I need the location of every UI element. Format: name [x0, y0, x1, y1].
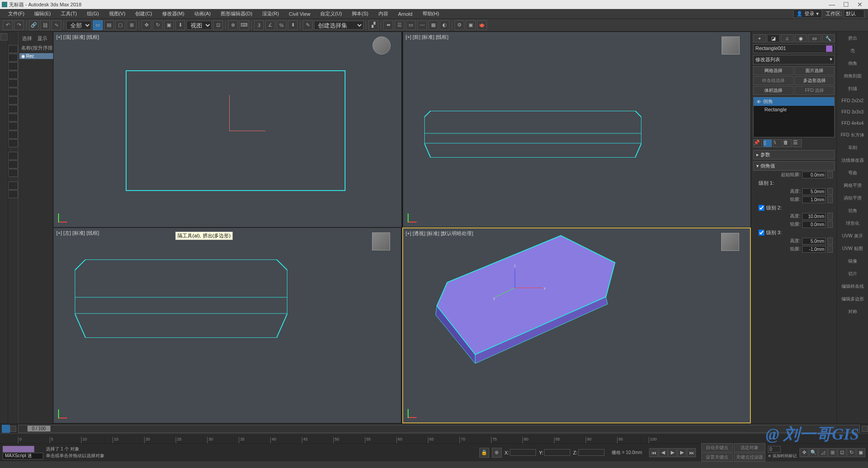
- rb-normal[interactable]: 法线修改器: [838, 156, 867, 164]
- ffd-select-btn[interactable]: FFD 选择: [795, 86, 835, 95]
- toggle-ribbon-btn[interactable]: ▭: [406, 20, 416, 30]
- menu-group[interactable]: 组(G): [82, 9, 104, 18]
- menu-customize[interactable]: 自定义(U): [316, 9, 346, 18]
- curve-editor-btn[interactable]: 〰: [417, 20, 427, 30]
- create-tab[interactable]: +: [753, 34, 766, 42]
- edit-named-sel-btn[interactable]: ✎: [303, 20, 313, 30]
- pin-stack-btn[interactable]: 📌: [753, 139, 762, 147]
- rb-ffd222[interactable]: FFD 2x2x2: [838, 97, 867, 104]
- select-by-name-btn[interactable]: ▤: [104, 20, 114, 30]
- viewport-layout-btn[interactable]: [2, 425, 10, 433]
- viewcube-persp[interactable]: [721, 233, 739, 251]
- level1-height-input[interactable]: [802, 188, 826, 195]
- snap-toggle-btn[interactable]: 3: [254, 20, 264, 30]
- layers-btn[interactable]: ☰: [395, 20, 404, 30]
- placement-btn[interactable]: ⬇: [175, 20, 185, 30]
- abs-rel-btn[interactable]: ⊕: [492, 448, 502, 458]
- rb-mirror[interactable]: 镜像: [838, 257, 867, 265]
- level2-outline-input[interactable]: [802, 221, 826, 228]
- color-swatch[interactable]: [3, 446, 34, 452]
- display-geometry-icon[interactable]: [8, 45, 18, 53]
- rb-uvwmap[interactable]: UVW 贴图: [838, 245, 867, 253]
- spin-arrows[interactable]: [827, 171, 833, 178]
- minimize-btn[interactable]: —: [829, 1, 835, 8]
- modify-tab[interactable]: ◪: [767, 34, 780, 42]
- display-helpers-icon[interactable]: [8, 79, 18, 87]
- viewport-left-label[interactable]: [+] [左] [标准] [线框]: [56, 230, 99, 236]
- schematic-btn[interactable]: ▦: [428, 20, 438, 30]
- modifier-list-dropdown[interactable]: 修改器列表 ▾: [753, 55, 835, 64]
- selection-filter[interactable]: 全部: [66, 21, 91, 30]
- viewcube-front[interactable]: [722, 36, 740, 55]
- display-spacewarps-icon[interactable]: [8, 88, 18, 96]
- y-coord-input[interactable]: [544, 449, 570, 456]
- next-frame-btn[interactable]: ▶: [677, 448, 686, 457]
- visibility-icon[interactable]: ◉: [21, 54, 25, 59]
- vol-select-btn[interactable]: 体积选择: [753, 86, 794, 95]
- rb-meshsmooth[interactable]: 网格平滑: [838, 182, 867, 190]
- slider-thumb[interactable]: 0 / 100: [27, 426, 50, 432]
- display-cameras-icon[interactable]: [8, 71, 18, 79]
- rb-editpoly[interactable]: 编辑多边形: [838, 295, 867, 303]
- display-xrefs-icon[interactable]: [8, 105, 18, 113]
- orbit-btn[interactable]: ↻: [847, 448, 856, 457]
- window-crossing-btn[interactable]: ⊞: [127, 20, 136, 30]
- spline-select-btn[interactable]: 样条线选择: [753, 76, 794, 85]
- link-btn[interactable]: 🔗: [29, 20, 39, 30]
- display-all-icon[interactable]: [8, 152, 18, 160]
- viewport-perspective[interactable]: [+] [透视] [标准] [默认明暗处理] x z y: [402, 227, 751, 423]
- select-region-btn[interactable]: ▢: [115, 20, 125, 30]
- scene-item-rectangle[interactable]: ◉ Rec: [19, 53, 55, 59]
- scene-column-header[interactable]: 名称(按升序排: [19, 44, 55, 52]
- rotate-btn[interactable]: ↻: [153, 20, 163, 30]
- level2-height-input[interactable]: [802, 213, 826, 220]
- material-editor-btn[interactable]: ◐: [440, 20, 450, 30]
- goto-end-btn[interactable]: ⏭: [687, 448, 696, 457]
- display-shapes-icon[interactable]: [8, 54, 18, 62]
- filter2-icon[interactable]: [8, 190, 18, 198]
- strip-btn-1[interactable]: [0, 33, 8, 41]
- display-hidden-icon[interactable]: [8, 139, 18, 147]
- patch-select-btn[interactable]: 面片选择: [795, 66, 835, 75]
- setkey-btn[interactable]: 设置关键点: [701, 453, 733, 462]
- mesh-select-btn[interactable]: 网格选择: [753, 66, 794, 75]
- hierarchy-tab[interactable]: ⌂: [781, 34, 794, 42]
- rb-bevelprofile[interactable]: 倒角剖面: [838, 72, 867, 80]
- rb-bend[interactable]: 弯曲: [838, 169, 867, 177]
- named-sel-set[interactable]: 创建选择集: [314, 21, 364, 30]
- display-tab[interactable]: ▭: [808, 34, 821, 42]
- motion-tab[interactable]: ◉: [795, 34, 808, 42]
- level3-height-input[interactable]: [802, 238, 826, 245]
- display-containers-icon[interactable]: [8, 122, 18, 130]
- menu-civilview[interactable]: Civil View: [284, 10, 314, 18]
- rb-spherify[interactable]: 球形化: [838, 219, 867, 227]
- menu-render[interactable]: 渲染(R): [258, 9, 283, 18]
- redo-btn[interactable]: ↷: [14, 20, 24, 30]
- show-end-result-btn[interactable]: ▯: [763, 139, 772, 147]
- modifier-stack[interactable]: 👁 倒角 Rectangle: [753, 97, 835, 137]
- time-next-btn[interactable]: [862, 426, 868, 432]
- menu-edit[interactable]: 编辑(E): [30, 9, 55, 18]
- rb-uvwunwrap[interactable]: UVW 展开: [838, 232, 867, 240]
- viewcube-left[interactable]: [372, 232, 390, 250]
- rb-editspline[interactable]: 编辑样条线: [838, 282, 867, 291]
- viewport-top[interactable]: [+] [顶] [标准] [线框]: [53, 32, 402, 227]
- utilities-tab[interactable]: 🔧: [822, 34, 835, 42]
- menu-create[interactable]: 创建(C): [131, 9, 156, 18]
- rb-symmetry[interactable]: 对称: [838, 308, 867, 316]
- zoom-all-btn[interactable]: ⊞: [828, 448, 837, 457]
- menu-view[interactable]: 视图(V): [105, 9, 130, 18]
- mirror-btn[interactable]: ▞: [368, 20, 378, 30]
- goto-start-btn[interactable]: ⏮: [649, 448, 658, 457]
- keyboard-shortcut-btn[interactable]: ⌨: [239, 20, 249, 30]
- menu-script[interactable]: 脚本(S): [347, 9, 373, 18]
- zoom-btn[interactable]: 🔍: [809, 448, 818, 457]
- rollout-params[interactable]: ▸ 参数: [753, 150, 835, 159]
- display-none-icon[interactable]: [8, 160, 18, 168]
- poly-select-btn[interactable]: 多边形选择: [795, 76, 835, 85]
- rb-turbosmooth[interactable]: 涡轮平滑: [838, 194, 867, 202]
- eye-icon[interactable]: 👁: [756, 99, 761, 105]
- viewport-left[interactable]: [+] [左] [标准] [线框] 隔工具(aI), 挤出(多边形): [53, 227, 401, 423]
- max-viewport-btn[interactable]: ▣: [856, 448, 865, 457]
- menu-arnold[interactable]: Arnold: [394, 10, 417, 18]
